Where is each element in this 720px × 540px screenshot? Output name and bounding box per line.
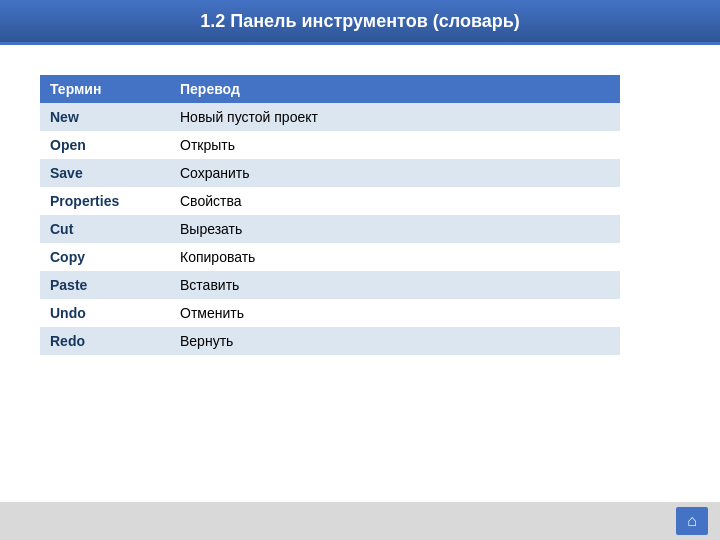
table-row: OpenОткрыть — [40, 131, 620, 159]
cell-term: Save — [40, 159, 170, 187]
cell-translation: Вырезать — [170, 215, 620, 243]
footer: ⌂ — [0, 502, 720, 540]
cell-term: Copy — [40, 243, 170, 271]
table-row: NewНовый пустой проект — [40, 103, 620, 131]
cell-term: Redo — [40, 327, 170, 355]
column-header-term: Термин — [40, 75, 170, 103]
main-content: Термин Перевод NewНовый пустой проектOpe… — [0, 45, 720, 375]
cell-term: New — [40, 103, 170, 131]
page-title: 1.2 Панель инструментов (словарь) — [200, 11, 520, 32]
cell-translation: Свойства — [170, 187, 620, 215]
cell-translation: Новый пустой проект — [170, 103, 620, 131]
table-header-row: Термин Перевод — [40, 75, 620, 103]
home-icon: ⌂ — [687, 513, 697, 529]
cell-translation: Открыть — [170, 131, 620, 159]
cell-translation: Сохранить — [170, 159, 620, 187]
cell-translation: Копировать — [170, 243, 620, 271]
cell-translation: Отменить — [170, 299, 620, 327]
home-button[interactable]: ⌂ — [676, 507, 708, 535]
column-header-translation: Перевод — [170, 75, 620, 103]
page-header: 1.2 Панель инструментов (словарь) — [0, 0, 720, 42]
cell-term: Properties — [40, 187, 170, 215]
cell-translation: Вставить — [170, 271, 620, 299]
cell-term: Paste — [40, 271, 170, 299]
table-row: UndoОтменить — [40, 299, 620, 327]
table-row: CutВырезать — [40, 215, 620, 243]
cell-term: Cut — [40, 215, 170, 243]
table-row: SaveСохранить — [40, 159, 620, 187]
cell-translation: Вернуть — [170, 327, 620, 355]
vocabulary-table: Термин Перевод NewНовый пустой проектOpe… — [40, 75, 620, 355]
table-row: PropertiesСвойства — [40, 187, 620, 215]
table-row: RedoВернуть — [40, 327, 620, 355]
table-row: PasteВставить — [40, 271, 620, 299]
table-row: CopyКопировать — [40, 243, 620, 271]
cell-term: Undo — [40, 299, 170, 327]
cell-term: Open — [40, 131, 170, 159]
